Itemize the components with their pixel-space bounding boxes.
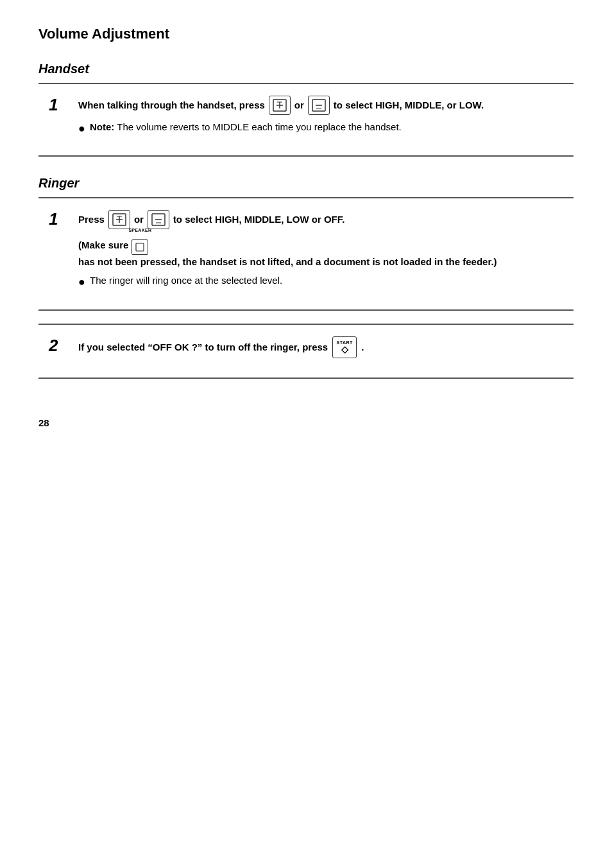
svg-rect-14 xyxy=(136,243,144,251)
ringer-section-title: Ringer xyxy=(38,176,574,191)
ringer-section-box: 1 Press or xyxy=(38,197,574,310)
ringer-step2-box: 2 If you selected “OFF OK ?” to turn off… xyxy=(38,324,574,379)
ringer-make-sure-before: (Make sure xyxy=(78,239,128,250)
ringer-step2-text-after: . xyxy=(361,340,364,355)
start-button-icon: START ◇ xyxy=(332,336,357,358)
ringer-vol-up-button-icon xyxy=(108,210,130,229)
handset-section-title: Handset xyxy=(38,62,574,76)
handset-step1-text-before: When talking through the handset, press xyxy=(78,98,265,113)
ringer-step1-text-after: to select HIGH, MIDDLE, LOW or OFF. xyxy=(173,213,345,227)
handset-note-text: Note: The volume reverts to MIDDLE each … xyxy=(90,121,402,132)
ringer-bullet-icon: ● xyxy=(78,275,86,290)
handset-step1-text: When talking through the handset, press … xyxy=(78,96,563,115)
vol-down-button-icon xyxy=(308,96,330,115)
ringer-step2-content: If you selected “OFF OK ?” to turn off t… xyxy=(78,336,563,358)
ringer-vol-down-button-icon xyxy=(148,210,169,229)
ringer-make-sure-after: has not been pressed, the handset is not… xyxy=(78,256,497,267)
speaker-button-icon: SPEAKER xyxy=(132,234,148,255)
speaker-label-text: SPEAKER xyxy=(128,228,151,232)
ringer-bullet-text: The ringer will ring once at the selecte… xyxy=(90,275,282,286)
ringer-step1-bullet: ● The ringer will ring once at the selec… xyxy=(78,275,563,290)
vol-up-button-icon xyxy=(269,96,291,115)
ringer-step1-content: Press or xyxy=(78,210,563,290)
handset-step1-number: 1 xyxy=(49,96,72,114)
handset-step1-row: 1 When talking through the handset, pres… xyxy=(49,96,563,136)
handset-step1-note: ● Note: The volume reverts to MIDDLE eac… xyxy=(78,121,563,136)
ringer-step1-text-before: Press xyxy=(78,213,105,227)
speaker-box xyxy=(132,239,148,255)
ringer-step1-row: 1 Press or xyxy=(49,210,563,290)
ringer-step2-text: If you selected “OFF OK ?” to turn off t… xyxy=(78,336,563,358)
handset-section-box: 1 When talking through the handset, pres… xyxy=(38,83,574,157)
ringer-make-sure-row: (Make sure SPEAKER has not been pressed,… xyxy=(78,234,563,267)
bullet-icon: ● xyxy=(78,121,86,136)
handset-step1-or: or xyxy=(294,98,304,113)
ringer-step2-text-before: If you selected “OFF OK ?” to turn off t… xyxy=(78,340,328,355)
ringer-step1-text: Press or xyxy=(78,210,563,229)
handset-note-label: Note: xyxy=(90,121,114,132)
page-title: Volume Adjustment xyxy=(38,26,574,42)
ringer-step1-number: 1 xyxy=(49,210,72,229)
start-diamond-icon: ◇ xyxy=(341,345,348,354)
ringer-step2-row: 2 If you selected “OFF OK ?” to turn off… xyxy=(49,336,563,358)
handset-note-body2: The volume reverts to MIDDLE each time y… xyxy=(117,121,402,132)
ringer-step1-or: or xyxy=(134,213,144,227)
handset-step1-text-after: to select HIGH, MIDDLE, or LOW. xyxy=(334,98,484,113)
ringer-step2-number: 2 xyxy=(49,336,72,355)
handset-step1-content: When talking through the handset, press … xyxy=(78,96,563,136)
page-number: 28 xyxy=(38,417,574,428)
